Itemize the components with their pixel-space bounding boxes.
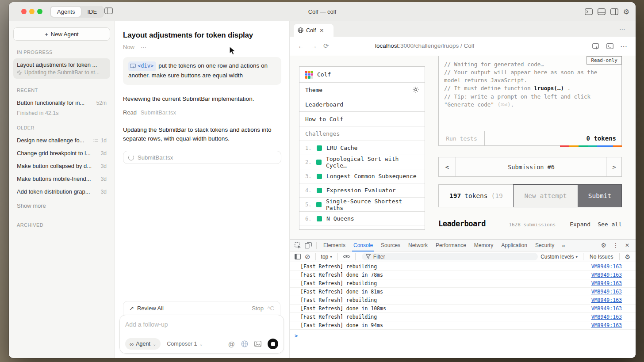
agent-item[interactable]: Change grid breakpoint to l... 3d <box>13 147 110 160</box>
device-toolbar-button[interactable] <box>303 242 314 248</box>
clear-console-button[interactable]: ⊘ <box>303 253 313 261</box>
inspect-element-button[interactable] <box>293 242 303 249</box>
console-source-link[interactable]: VM8949:163 <box>591 322 622 328</box>
devtools-tab-memory[interactable]: Memory <box>470 240 497 251</box>
sun-icon[interactable] <box>413 87 419 93</box>
console-message[interactable]: [Fast Refresh] done in 78ms VM8949:163 <box>290 271 636 279</box>
web-search-button[interactable] <box>241 340 248 347</box>
reload-icon[interactable]: ⟳ <box>323 42 329 50</box>
colf-nav-theme[interactable]: Theme <box>299 82 425 97</box>
console-message[interactable]: [Fast Refresh] rebuilding VM8949:163 <box>290 313 636 321</box>
back-icon[interactable]: ← <box>298 42 304 50</box>
console-message[interactable]: [Fast Refresh] rebuilding VM8949:163 <box>290 263 636 271</box>
tabstrip-more-button[interactable]: ⋯ <box>619 25 626 32</box>
devtools-tab-elements[interactable]: Elements <box>319 240 349 251</box>
console-message[interactable]: [Fast Refresh] rebuilding VM8949:163 <box>290 279 636 288</box>
prev-submission-button[interactable]: < <box>439 157 456 176</box>
review-all-button[interactable]: ↗ Review All <box>129 305 164 312</box>
stop-button[interactable]: Stop ^C <box>252 305 274 312</box>
new-agent-button[interactable]: + New Agent <box>13 27 110 41</box>
expand-link[interactable]: Expand <box>570 221 590 228</box>
composer-selector[interactable]: Composer 1 ⌄ <box>167 341 203 347</box>
context-selector[interactable]: top ▾ <box>318 254 335 260</box>
tab-agents[interactable]: Agents <box>51 7 81 17</box>
console-message[interactable]: [Fast Refresh] done in 81ms VM8949:163 <box>290 288 636 296</box>
editing-file-row[interactable]: SubmitBar.tsx <box>123 151 281 164</box>
devtools-tab-application[interactable]: Application <box>497 240 531 251</box>
console-sidebar-button[interactable] <box>293 254 303 259</box>
console-source-link[interactable]: VM8949:163 <box>591 263 622 270</box>
select-element-button[interactable] <box>592 43 600 50</box>
attach-image-button[interactable] <box>254 341 261 347</box>
submit-button[interactable]: Submit <box>578 185 621 207</box>
devtools-tab-performance[interactable]: Performance <box>432 240 470 251</box>
console-message[interactable]: [Fast Refresh] rebuilding VM8949:163 <box>290 296 636 305</box>
colf-nav-how-to[interactable]: How to Colf <box>299 111 425 126</box>
challenge-item-clipped[interactable] <box>299 225 425 230</box>
log-levels-selector[interactable]: Custom levels ▾ <box>538 254 580 260</box>
console-message[interactable]: [Fast Refresh] done in 94ms VM8949:163 <box>290 321 636 330</box>
show-more-button[interactable]: Show more <box>13 198 110 213</box>
tab-ide[interactable]: IDE <box>81 7 103 17</box>
challenge-item[interactable]: 6. N-Queens <box>299 211 425 225</box>
chat-menu-button[interactable]: ··· <box>141 44 146 50</box>
live-expression-button[interactable] <box>341 254 353 259</box>
forward-icon[interactable]: → <box>310 42 317 50</box>
toggle-bottom-panel-button[interactable] <box>598 8 606 15</box>
toggle-sidebar-button[interactable] <box>104 8 113 14</box>
urlbar-more-button[interactable]: ⋯ <box>620 42 628 50</box>
zoom-window-button[interactable] <box>37 9 42 14</box>
toggle-right-panel-button[interactable] <box>610 8 618 15</box>
code-output[interactable]: // Waiting for generated code… // Your o… <box>439 56 621 131</box>
close-window-button[interactable] <box>21 9 27 14</box>
console-source-link[interactable]: VM8949:163 <box>591 289 622 295</box>
console-source-link[interactable]: VM8949:163 <box>591 314 622 320</box>
mention-button[interactable]: @ <box>228 340 235 348</box>
agent-item-active[interactable]: Layout adjustments for token ... Updatin… <box>13 58 110 79</box>
devtools-close-button[interactable]: ✕ <box>622 242 632 248</box>
agent-item[interactable]: Make button collapsed by d... 3d <box>13 160 110 172</box>
console-settings-button[interactable]: ⚙ <box>622 253 632 260</box>
agent-item[interactable]: Add token distribution grap... 3d <box>13 185 110 198</box>
run-tests-button[interactable]: Run tests <box>439 131 485 145</box>
agent-item[interactable]: Make buttons mobile-friend... 3d <box>13 172 110 185</box>
console-prompt[interactable]: > <box>290 330 636 339</box>
open-devtools-button[interactable] <box>606 43 613 49</box>
devtools-tab-sources[interactable]: Sources <box>377 240 404 251</box>
element-chip[interactable]: <div> <box>128 61 156 71</box>
devtools-menu-button[interactable]: ⋮ <box>610 242 622 249</box>
challenge-item[interactable]: 5. Single-Source Shortest Paths <box>299 197 425 211</box>
devtools-tab-network[interactable]: Network <box>404 240 432 251</box>
issues-counter[interactable]: No Issues <box>586 254 617 260</box>
mode-selector[interactable]: ∞ Agent ⌄ <box>125 338 161 350</box>
browser-tab-colf[interactable]: Colf ✕ <box>294 24 334 37</box>
close-tab-icon[interactable]: ✕ <box>319 27 324 34</box>
stop-generation-button[interactable] <box>268 339 278 349</box>
console-message[interactable]: [Fast Refresh] done in 108ms VM8949:163 <box>290 305 636 313</box>
console-filter[interactable]: Filter <box>362 253 538 260</box>
challenge-item[interactable]: 2. Topological Sort with Cycle… <box>299 155 425 169</box>
followup-input[interactable] <box>125 321 278 328</box>
devtools-tab-security[interactable]: Security <box>531 240 558 251</box>
more-tabs-button[interactable]: » <box>558 242 568 249</box>
settings-button[interactable]: ⚙ <box>623 8 629 15</box>
challenge-item[interactable]: 3. Longest Common Subsequence <box>299 169 425 183</box>
new-attempt-button[interactable]: New attempt <box>514 185 578 207</box>
toggle-terminal-panel-button[interactable] <box>585 8 593 15</box>
challenge-item[interactable]: 1. LRU Cache <box>299 141 425 155</box>
minimize-window-button[interactable] <box>29 9 34 14</box>
devtools-settings-button[interactable]: ⚙ <box>598 242 610 249</box>
agent-item[interactable]: Design new challenge fo... 1d <box>13 134 110 147</box>
console-source-link[interactable]: VM8949:163 <box>591 280 622 286</box>
console-source-link[interactable]: VM8949:163 <box>591 305 622 312</box>
see-all-link[interactable]: See all <box>598 221 622 228</box>
colf-logo-row[interactable]: Colf <box>299 67 425 82</box>
next-submission-button[interactable]: > <box>606 157 621 176</box>
devtools-tab-console[interactable]: Console <box>349 240 377 251</box>
challenge-item[interactable]: 4. Expression Evaluator <box>299 183 425 197</box>
read-action-row[interactable]: Read SubmitBar.tsx <box>123 109 281 116</box>
console-source-link[interactable]: VM8949:163 <box>591 297 622 303</box>
url-display[interactable]: localhost:3000/challenge/lruops / Colf <box>375 42 474 49</box>
console-source-link[interactable]: VM8949:163 <box>591 272 622 278</box>
agent-item-recent[interactable]: Button functionality for in... 52m <box>13 96 110 109</box>
